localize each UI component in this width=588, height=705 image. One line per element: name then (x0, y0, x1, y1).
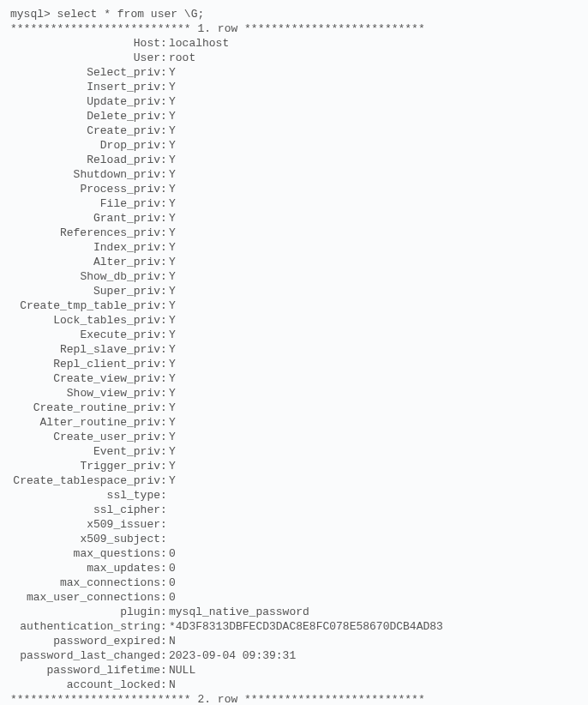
field-name: References_priv (10, 226, 160, 240)
field-value: Y (167, 226, 176, 240)
field-name: x509_subject (10, 532, 160, 546)
field-value: NULL (167, 663, 195, 678)
field-value: Y (167, 298, 176, 313)
field-row: x509_issuer: (10, 517, 578, 532)
field-row: max_questions:0 (10, 546, 578, 561)
field-row: Super_priv:Y (10, 284, 578, 298)
field-value: Y (167, 401, 176, 415)
field-name: Create_user_priv (10, 430, 160, 444)
field-value: Y (167, 342, 176, 357)
field-name: Select_priv (10, 65, 160, 80)
field-colon: : (160, 590, 167, 605)
field-colon: : (160, 473, 167, 488)
field-value: Y (167, 444, 176, 459)
field-name: Show_db_priv (10, 269, 160, 284)
field-value: 0 (167, 575, 176, 590)
field-value: Y (167, 138, 176, 153)
field-row: max_updates:0 (10, 561, 578, 575)
field-row: Grant_priv:Y (10, 211, 578, 226)
sql-prompt-line: mysql> select * from user \G; (10, 7, 578, 21)
field-row: Index_priv:Y (10, 240, 578, 255)
field-value: 0 (167, 561, 176, 575)
field-name: account_locked (10, 678, 160, 692)
field-value (167, 532, 169, 546)
field-colon: : (160, 430, 167, 444)
field-name: Process_priv (10, 182, 160, 196)
field-value: Y (167, 459, 176, 473)
field-row: ssl_type: (10, 488, 578, 503)
field-name: password_last_changed (10, 648, 160, 663)
field-name: Repl_slave_priv (10, 342, 160, 357)
field-name: password_lifetime (10, 663, 160, 678)
field-colon: : (160, 36, 167, 51)
field-colon: : (160, 138, 167, 153)
field-value: Y (167, 430, 176, 444)
field-colon: : (160, 196, 167, 211)
field-value: Y (167, 124, 176, 138)
field-colon: : (160, 284, 167, 298)
field-row: Show_view_priv:Y (10, 386, 578, 401)
field-value: Y (167, 211, 176, 226)
field-name: Update_priv (10, 94, 160, 109)
field-colon: : (160, 678, 167, 692)
field-row: plugin:mysql_native_password (10, 605, 578, 619)
field-colon: : (160, 634, 167, 648)
field-name: User (10, 51, 160, 65)
field-name: Alter_routine_priv (10, 415, 160, 430)
field-colon: : (160, 386, 167, 401)
field-row: Host:localhost (10, 36, 578, 51)
field-colon: : (160, 255, 167, 269)
field-row: Shutdown_priv:Y (10, 167, 578, 182)
field-row: x509_subject: (10, 532, 578, 546)
field-value: Y (167, 153, 176, 167)
field-value: N (167, 634, 176, 648)
field-value: Y (167, 328, 176, 342)
field-name: Create_tmp_table_priv (10, 298, 160, 313)
field-row: Create_tmp_table_priv:Y (10, 298, 578, 313)
field-value (167, 488, 169, 503)
field-name: max_user_connections (10, 590, 160, 605)
field-name: Host (10, 36, 160, 51)
field-colon: : (160, 313, 167, 328)
field-colon: : (160, 226, 167, 240)
field-colon: : (160, 80, 167, 94)
field-row: password_lifetime:NULL (10, 663, 578, 678)
field-row: max_connections:0 (10, 575, 578, 590)
field-row: Update_priv:Y (10, 94, 578, 109)
field-value: Y (167, 196, 176, 211)
field-value: 2023-09-04 09:39:31 (167, 648, 296, 663)
row-separator-2: *************************** 2. row *****… (10, 692, 578, 705)
field-name: Super_priv (10, 284, 160, 298)
field-name: Delete_priv (10, 109, 160, 124)
field-row: account_locked:N (10, 678, 578, 692)
field-value (167, 517, 169, 532)
field-name: Index_priv (10, 240, 160, 255)
field-row: password_expired:N (10, 634, 578, 648)
field-name: Insert_priv (10, 80, 160, 94)
field-colon: : (160, 124, 167, 138)
field-value: localhost (167, 36, 229, 51)
field-row: max_user_connections:0 (10, 590, 578, 605)
field-value: Y (167, 371, 176, 386)
field-row: Repl_client_priv:Y (10, 357, 578, 371)
field-colon: : (160, 619, 167, 634)
field-name: Execute_priv (10, 328, 160, 342)
field-colon: : (160, 269, 167, 284)
field-value: Y (167, 255, 176, 269)
field-value: Y (167, 240, 176, 255)
field-colon: : (160, 342, 167, 357)
field-name: ssl_type (10, 488, 160, 503)
field-name: Event_priv (10, 444, 160, 459)
field-name: Create_tablespace_priv (10, 473, 160, 488)
field-colon: : (160, 503, 167, 517)
field-colon: : (160, 357, 167, 371)
field-value: Y (167, 284, 176, 298)
field-row: Show_db_priv:Y (10, 269, 578, 284)
field-row: Drop_priv:Y (10, 138, 578, 153)
field-name: max_questions (10, 546, 160, 561)
field-value: Y (167, 473, 176, 488)
field-value: Y (167, 386, 176, 401)
field-row: Lock_tables_priv:Y (10, 313, 578, 328)
field-colon: : (160, 298, 167, 313)
field-name: ssl_cipher (10, 503, 160, 517)
